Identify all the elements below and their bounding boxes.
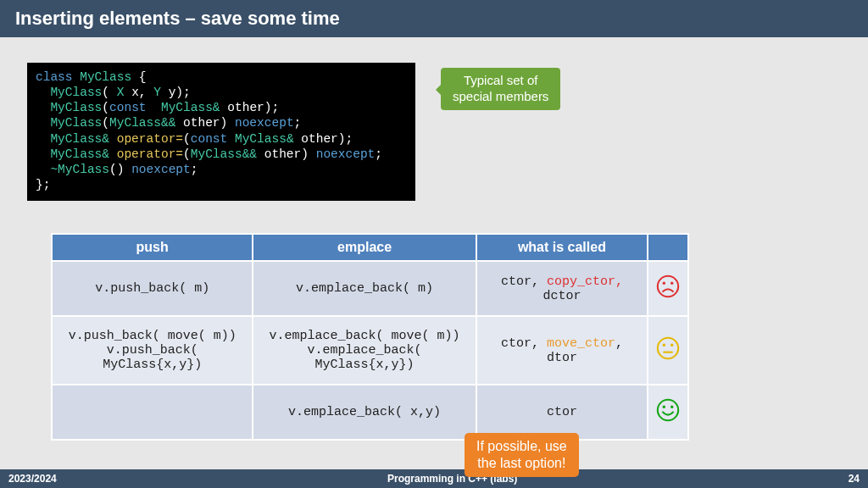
code-tx: other); — [301, 132, 353, 146]
footer-course: Programming in C++ (labs) — [57, 473, 849, 485]
frown-icon — [655, 274, 681, 299]
callout-line: If possible, use — [476, 438, 567, 455]
code-tx: ; — [375, 147, 382, 161]
cell-called: ctor — [476, 385, 648, 440]
svg-point-3 — [658, 338, 678, 358]
code-kw: class — [36, 70, 80, 84]
cell-called: ctor, copy_ctor, dctor — [476, 261, 648, 316]
svg-point-9 — [670, 406, 673, 408]
cell-icon — [648, 261, 688, 316]
footer-year: 2023/2024 — [8, 473, 57, 485]
callout-line: Typical set of — [453, 73, 548, 89]
code-tx: other) — [264, 147, 316, 161]
code-ty: MyClass& — [36, 147, 117, 161]
code-ty: MyClass& — [161, 101, 227, 114]
code-ty: MyClass&& — [109, 116, 183, 130]
code-ty: MyClass& — [36, 132, 117, 146]
cell-emplace: v.emplace_back( m) — [253, 261, 476, 316]
smile-icon — [655, 397, 681, 423]
cell-line: v.push_back( MyClass{x,y}) — [58, 343, 247, 372]
code-kw: const — [109, 101, 161, 114]
cell-called: ctor, move_ctor, dtor — [476, 316, 648, 385]
code-tx: ( — [183, 147, 191, 161]
footer-bar: 2023/2024 Programming in C++ (labs) 24 — [0, 469, 868, 488]
code-tx: ; — [294, 116, 302, 130]
code-tx: ( — [102, 86, 116, 99]
callout-line: special members — [453, 89, 548, 105]
table-row: v.push_back( m) v.emplace_back( m) ctor,… — [52, 261, 688, 316]
callout-recommendation: If possible, use the last option! — [465, 433, 579, 477]
code-kw: noexcept — [235, 116, 294, 130]
code-tx: () — [109, 163, 131, 176]
call-move: move_ctor — [547, 336, 615, 351]
cell-line: v.emplace_back( move( m)) — [259, 329, 470, 343]
code-ty: MyClass — [36, 116, 102, 130]
code-ty: Y — [153, 86, 168, 99]
code-ty: MyClass — [36, 101, 102, 114]
cell-push — [52, 385, 253, 440]
table-row: v.push_back( move( m)) v.push_back( MyCl… — [52, 316, 688, 385]
cell-push: v.push_back( move( m)) v.push_back( MyCl… — [52, 316, 253, 385]
call-part: ctor, — [501, 274, 547, 289]
call-copy: copy_ctor, — [547, 274, 623, 289]
svg-point-0 — [658, 276, 678, 297]
code-ty: X — [117, 86, 131, 99]
cell-line: v.push_back( move( m)) — [58, 329, 247, 343]
call-part: ctor, — [501, 336, 547, 351]
call-part: dctor — [542, 289, 581, 303]
code-ty: MyClass — [80, 70, 139, 84]
code-ty: MyClass& — [235, 132, 301, 146]
title-text: Inserting elements – save some time — [15, 8, 340, 30]
col-called: what is called — [476, 234, 648, 261]
code-tx: }; — [36, 178, 50, 191]
cell-icon — [648, 385, 688, 440]
callout-typical-members: Typical set of special members — [441, 68, 560, 110]
svg-point-1 — [663, 282, 665, 285]
callout-line: the last option! — [476, 455, 567, 472]
code-tx: ( — [102, 116, 109, 130]
code-ty: ~MyClass — [36, 163, 109, 176]
slide-body: class MyClass { MyClass( X x, Y y); MyCl… — [0, 37, 868, 469]
code-kw: const — [191, 132, 235, 146]
code-kw: noexcept — [316, 147, 376, 161]
code-tx: other); — [227, 101, 279, 114]
footer-page: 24 — [849, 473, 860, 485]
code-ty: MyClass — [36, 86, 102, 99]
code-kw: noexcept — [131, 163, 191, 176]
code-tx: y); — [169, 86, 191, 99]
code-tx: ( — [183, 132, 191, 146]
col-push: push — [52, 234, 253, 261]
code-op: operator= — [117, 147, 183, 161]
code-op: operator= — [117, 132, 183, 146]
slide-title: Inserting elements – save some time — [0, 0, 868, 37]
col-icon — [648, 234, 688, 261]
svg-point-2 — [670, 282, 673, 285]
comparison-table: push emplace what is called v.push_back(… — [51, 233, 689, 441]
table-header-row: push emplace what is called — [52, 234, 688, 261]
code-tx: ; — [191, 163, 198, 176]
cell-icon — [648, 316, 688, 385]
table-row: v.emplace_back( x,y) ctor — [52, 385, 688, 440]
cell-emplace: v.emplace_back( x,y) — [253, 385, 476, 440]
code-tx: ( — [102, 101, 109, 114]
svg-point-7 — [658, 400, 678, 420]
svg-point-8 — [663, 406, 665, 408]
neutral-icon — [655, 336, 681, 361]
code-ty: MyClass&& — [191, 147, 264, 161]
svg-point-5 — [670, 344, 673, 347]
col-emplace: emplace — [253, 234, 476, 261]
cell-push: v.push_back( m) — [52, 261, 253, 316]
cell-emplace: v.emplace_back( move( m)) v.emplace_back… — [253, 316, 476, 385]
code-tx: x, — [131, 86, 153, 99]
svg-point-4 — [663, 344, 665, 347]
code-block: class MyClass { MyClass( X x, Y y); MyCl… — [27, 63, 415, 201]
code-tx: { — [139, 70, 147, 84]
code-tx: other) — [183, 116, 235, 130]
cell-line: v.emplace_back( MyClass{x,y}) — [259, 343, 470, 372]
